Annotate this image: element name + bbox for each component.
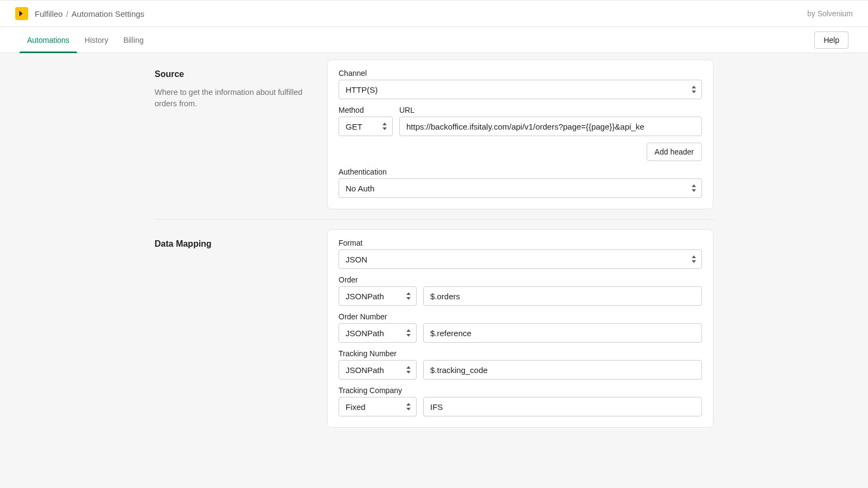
section-source-right: Channel HTTP(S) Method <box>327 60 713 209</box>
authentication-label: Authentication <box>339 168 702 176</box>
section-mapping-title: Data Mapping <box>155 239 312 249</box>
tabs-bar: Automations History Billing Help <box>0 27 868 53</box>
tab-billing[interactable]: Billing <box>116 27 151 53</box>
channel-select[interactable]: HTTP(S) <box>339 80 702 99</box>
tracking-number-label: Tracking Number <box>339 349 702 358</box>
mapping-card: Format JSON Order <box>327 229 713 428</box>
field-authentication: Authentication No Auth <box>339 168 702 198</box>
order-value-input[interactable] <box>423 286 702 306</box>
format-select[interactable]: JSON <box>339 249 702 269</box>
section-mapping-left: Data Mapping <box>155 229 312 428</box>
format-label: Format <box>339 239 702 247</box>
tab-history[interactable]: History <box>77 27 116 53</box>
url-label: URL <box>399 106 702 114</box>
add-header-button[interactable]: Add header <box>647 143 702 161</box>
tab-automations[interactable]: Automations <box>20 27 77 53</box>
content: Source Where to get the information abou… <box>155 53 713 459</box>
method-select[interactable]: GET <box>339 117 393 136</box>
order-label: Order <box>339 275 702 284</box>
breadcrumb-app[interactable]: Fulfilleo <box>35 9 63 18</box>
section-source: Source Where to get the information abou… <box>155 59 713 219</box>
field-tracking-number: Tracking Number JSONPath <box>339 349 702 380</box>
channel-label: Channel <box>339 69 702 78</box>
field-order: Order JSONPath <box>339 275 702 306</box>
section-source-description: Where to get the information about fulfi… <box>155 87 312 110</box>
section-data-mapping: Data Mapping Format JSON Order <box>155 219 713 438</box>
section-mapping-right: Format JSON Order <box>327 229 713 428</box>
order-type-select[interactable]: JSONPath <box>339 286 417 306</box>
tracking-company-type-select[interactable]: Fixed <box>339 397 417 416</box>
order-number-value-input[interactable] <box>423 323 702 343</box>
authentication-select[interactable]: No Auth <box>339 178 702 198</box>
breadcrumb-separator: / <box>66 9 68 18</box>
field-tracking-company: Tracking Company Fixed <box>339 386 702 416</box>
url-input[interactable] <box>399 117 702 136</box>
order-number-type-select[interactable]: JSONPath <box>339 323 417 343</box>
tracking-number-value-input[interactable] <box>423 360 702 380</box>
breadcrumb-page: Automation Settings <box>72 9 144 18</box>
breadcrumb: Fulfilleo / Automation Settings <box>35 9 144 18</box>
field-channel: Channel HTTP(S) <box>339 69 702 99</box>
field-url: URL <box>399 106 702 136</box>
help-button[interactable]: Help <box>814 31 848 49</box>
vendor-label: by Solvenium <box>807 9 853 18</box>
source-card: Channel HTTP(S) Method <box>327 60 713 209</box>
field-method: Method GET <box>339 106 393 136</box>
method-label: Method <box>339 106 393 114</box>
field-order-number: Order Number JSONPath <box>339 312 702 343</box>
section-source-left: Source Where to get the information abou… <box>155 60 312 209</box>
tracking-number-type-select[interactable]: JSONPath <box>339 360 417 380</box>
field-format: Format JSON <box>339 239 702 269</box>
app-logo <box>15 7 28 20</box>
tracking-company-label: Tracking Company <box>339 386 702 395</box>
order-number-label: Order Number <box>339 312 702 321</box>
section-source-title: Source <box>155 69 312 79</box>
top-bar: Fulfilleo / Automation Settings by Solve… <box>0 0 868 27</box>
tracking-company-value-input[interactable] <box>423 397 702 416</box>
tabs: Automations History Billing <box>20 27 151 53</box>
